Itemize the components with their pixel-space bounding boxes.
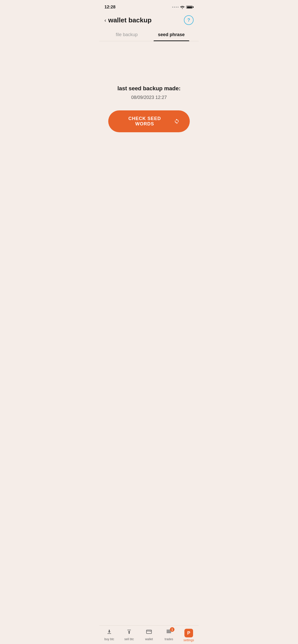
backup-info-label: last seed backup made: — [117, 85, 181, 92]
tab-seed-phrase[interactable]: seed phrase — [149, 29, 194, 41]
help-icon: ? — [187, 18, 190, 23]
battery-icon — [186, 6, 194, 9]
tab-file-backup[interactable]: file backup — [104, 29, 149, 41]
header-left: ‹ wallet backup — [104, 16, 152, 24]
help-button[interactable]: ? — [184, 15, 194, 25]
check-seed-words-label: CHECK SEED WORDS — [118, 116, 171, 127]
back-button[interactable]: ‹ — [104, 18, 106, 23]
status-time: 12:28 — [104, 5, 115, 10]
wifi-icon — [180, 6, 185, 9]
signal-icon — [172, 7, 179, 8]
backup-date: 08/09/2023 12:27 — [117, 95, 181, 100]
status-icons — [172, 6, 194, 9]
refresh-icon — [174, 119, 180, 124]
main-content: last seed backup made: 08/09/2023 12:27 … — [99, 41, 199, 168]
backup-info: last seed backup made: 08/09/2023 12:27 — [117, 85, 181, 100]
status-bar: 12:28 — [99, 0, 199, 13]
header: ‹ wallet backup ? — [99, 13, 199, 29]
page-title: wallet backup — [108, 16, 152, 24]
check-seed-words-button[interactable]: CHECK SEED WORDS — [108, 110, 190, 132]
tabs: file backup seed phrase — [99, 29, 199, 41]
